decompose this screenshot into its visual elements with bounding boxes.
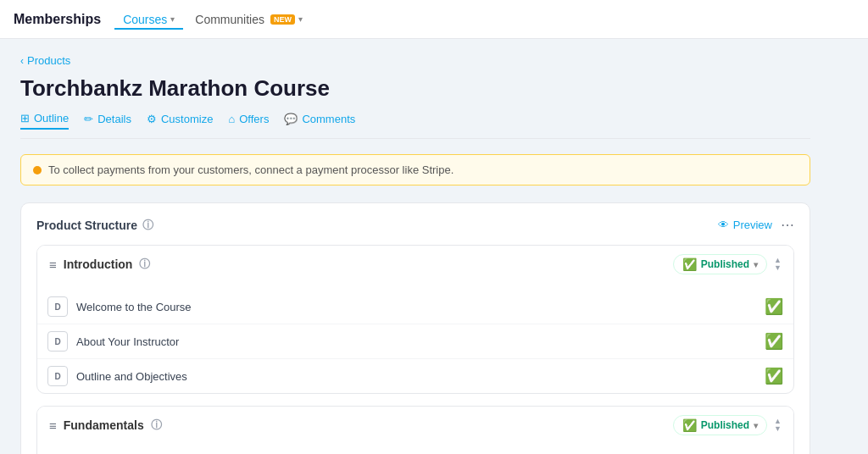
lesson-status-icon: ✅ (765, 367, 783, 385)
communities-label: Communities (195, 13, 264, 26)
section-introduction: ≡ Introduction ⓘ ✅ Published ▾ ▲ ▼ (36, 245, 794, 394)
nav-item-courses[interactable]: Courses ▾ (114, 9, 183, 30)
alert-dot-icon (33, 166, 42, 174)
outline-label: Outline (34, 112, 69, 125)
page-title: Torchbankz Marathon Course (20, 75, 810, 102)
sub-nav-outline[interactable]: ⊞ Outline (20, 112, 69, 130)
drag-handle-icon[interactable]: ≡ (49, 257, 57, 272)
sub-navigation: ⊞ Outline ✏ Details ⚙ Customize ⌂ Offers… (20, 112, 810, 139)
customize-icon: ⚙ (147, 113, 157, 125)
product-structure-card: Product Structure ⓘ 👁 Preview ⋯ ≡ Introd… (20, 202, 810, 454)
lesson-title: Outline and Objectives (76, 370, 756, 383)
alert-banner: To collect payments from your customers,… (20, 154, 810, 185)
structure-title-text: Product Structure (36, 219, 137, 232)
sub-nav-offers[interactable]: ⌂ Offers (228, 113, 269, 129)
list-item: D Welcome to the Course ✅ (37, 290, 793, 324)
lesson-title: About Your Instructor (76, 335, 756, 348)
breadcrumb[interactable]: ‹ Products (20, 54, 810, 67)
customize-label: Customize (161, 113, 213, 125)
courses-chevron-icon: ▾ (170, 14, 175, 24)
arrow-down-icon: ▼ (774, 425, 782, 433)
structure-actions: 👁 Preview ⋯ (718, 217, 794, 233)
published-check-icon: ✅ (682, 257, 697, 271)
comments-label: Comments (302, 113, 355, 125)
section-introduction-title: Introduction (64, 257, 133, 271)
communities-chevron-icon: ▾ (298, 14, 303, 24)
structure-header: Product Structure ⓘ 👁 Preview ⋯ (36, 217, 794, 233)
lesson-type-icon: D (47, 296, 68, 317)
arrow-down-icon: ▼ (774, 264, 782, 272)
top-navigation: Memberships Courses ▾ Communities New ▾ (0, 0, 868, 39)
main-content: ‹ Products Torchbankz Marathon Course ⊞ … (0, 39, 831, 454)
section-introduction-header: ≡ Introduction ⓘ ✅ Published ▾ ▲ ▼ (37, 246, 793, 283)
published-dropdown[interactable]: ✅ Published ▾ (673, 415, 767, 435)
details-icon: ✏ (84, 113, 93, 125)
section-sort-arrows[interactable]: ▲ ▼ (774, 257, 782, 272)
courses-label: Courses (123, 13, 167, 26)
list-item: D Concept 1 ✅ (37, 451, 793, 454)
sub-nav-details[interactable]: ✏ Details (84, 113, 131, 129)
list-item: D Outline and Objectives ✅ (37, 359, 793, 393)
lesson-title: Welcome to the Course (76, 301, 756, 313)
lesson-status-icon: ✅ (765, 332, 783, 351)
section-fundamentals-title: Fundamentals (64, 418, 144, 432)
section-fundamentals-title-group: ≡ Fundamentals ⓘ (49, 418, 162, 433)
alert-message: To collect payments from your customers,… (48, 163, 453, 176)
nav-item-communities[interactable]: Communities New ▾ (186, 9, 311, 30)
section-info-icon: ⓘ (139, 257, 150, 272)
published-label: Published (701, 419, 749, 431)
published-chevron-icon: ▾ (754, 421, 758, 430)
preview-eye-icon: 👁 (718, 219, 729, 231)
section-fundamentals: ≡ Fundamentals ⓘ ✅ Published ▾ ▲ ▼ (36, 406, 794, 454)
section-introduction-title-group: ≡ Introduction ⓘ (49, 257, 150, 272)
preview-button[interactable]: 👁 Preview (718, 219, 772, 231)
sub-nav-comments[interactable]: 💬 Comments (284, 113, 355, 129)
section-sort-arrows[interactable]: ▲ ▼ (774, 418, 782, 433)
section-fundamentals-actions: ✅ Published ▾ ▲ ▼ (673, 415, 782, 435)
comments-icon: 💬 (284, 113, 298, 125)
lesson-status-icon: ✅ (765, 297, 783, 316)
structure-title-group: Product Structure ⓘ (36, 218, 153, 233)
offers-icon: ⌂ (228, 113, 235, 125)
section-fundamentals-header: ≡ Fundamentals ⓘ ✅ Published ▾ ▲ ▼ (37, 407, 793, 444)
published-chevron-icon: ▾ (754, 260, 758, 269)
section-info-icon: ⓘ (151, 418, 162, 433)
lesson-type-icon: D (47, 366, 68, 386)
preview-label: Preview (733, 219, 772, 231)
breadcrumb-chevron-icon: ‹ (20, 55, 24, 67)
published-dropdown[interactable]: ✅ Published ▾ (673, 254, 767, 274)
offers-label: Offers (239, 113, 269, 125)
new-badge: New (270, 14, 295, 25)
sub-nav-customize[interactable]: ⚙ Customize (147, 113, 213, 129)
list-item: D About Your Instructor ✅ (37, 324, 793, 359)
lesson-type-icon: D (47, 331, 68, 352)
brand-logo: Memberships (14, 12, 101, 27)
more-options-icon[interactable]: ⋯ (781, 217, 794, 233)
published-label: Published (701, 258, 749, 270)
drag-handle-icon[interactable]: ≡ (49, 418, 57, 433)
published-check-icon: ✅ (682, 418, 697, 432)
details-label: Details (97, 113, 131, 125)
outline-icon: ⊞ (20, 112, 30, 125)
breadcrumb-label: Products (27, 54, 70, 67)
structure-info-icon: ⓘ (142, 218, 153, 233)
section-introduction-actions: ✅ Published ▾ ▲ ▼ (673, 254, 782, 274)
